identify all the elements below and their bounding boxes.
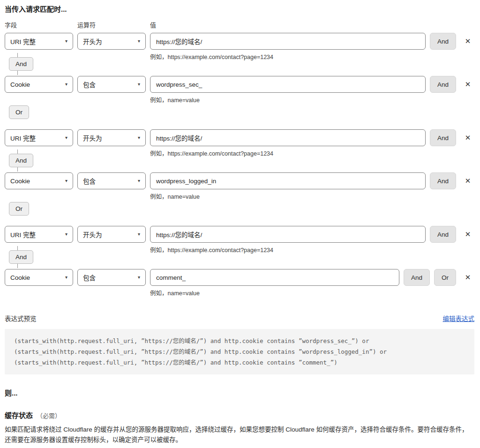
operator-select-value: 包含 (83, 176, 96, 186)
expression-line: (starts_with(http.request.full_uri, ”htt… (14, 336, 465, 346)
operator-select-value: 包含 (83, 273, 96, 282)
rule-row-uri-1: URI 完整 ▾ 开头为 ▾ 例如，https://example.com/co… (5, 33, 474, 60)
field-column-label: 字段 (5, 20, 73, 29)
value-input[interactable] (150, 226, 426, 243)
expression-preview-box: (starts_with(http.request.full_uri, ”htt… (5, 329, 474, 374)
chevron-down-icon: ▾ (65, 82, 68, 87)
and-button[interactable]: And (430, 33, 456, 50)
connector-label: And (15, 254, 27, 261)
value-hint: 例如，name=value (150, 192, 426, 199)
field-select[interactable]: Cookie ▾ (5, 269, 73, 286)
value-column-label: 值 (150, 20, 474, 29)
connector-label: Or (15, 205, 22, 212)
close-icon[interactable]: ✕ (461, 33, 474, 50)
operator-select-value: 开头为 (83, 37, 102, 46)
close-icon[interactable]: ✕ (461, 129, 474, 146)
field-select[interactable]: URI 完整 ▾ (5, 33, 73, 50)
field-select[interactable]: Cookie ▾ (5, 76, 73, 93)
expression-line: (starts_with(http.request.full_uri, ”htt… (14, 357, 465, 368)
column-labels: 字段 运算符 值 (5, 20, 474, 29)
connector-label: And (15, 60, 27, 67)
or-connector-chip[interactable]: Or (9, 105, 29, 119)
value-hint: 例如，name=value (150, 288, 399, 296)
operator-select[interactable]: 包含 ▾ (77, 172, 146, 189)
value-hint: 例如，https://example.com/contact?page=1234 (150, 149, 426, 156)
condition-group-2: URI 完整 ▾ 开头为 ▾ 例如，https://example.com/co… (5, 129, 474, 199)
chevron-down-icon: ▾ (65, 179, 68, 183)
when-request-matches-header: 当传入请求匹配时... (5, 4, 474, 14)
chevron-down-icon: ▾ (138, 82, 140, 87)
and-button[interactable]: And (430, 129, 456, 146)
and-button[interactable]: And (430, 172, 456, 189)
and-button[interactable]: And (430, 76, 456, 93)
field-select-value: URI 完整 (10, 37, 36, 46)
and-connector-chip[interactable]: And (9, 57, 33, 71)
value-hint: 例如，https://example.com/contact?page=1234 (150, 52, 426, 60)
chevron-down-icon: ▾ (65, 232, 68, 237)
condition-group-1: URI 完整 ▾ 开头为 ▾ 例如，https://example.com/co… (5, 33, 474, 103)
field-select-value: Cookie (10, 81, 30, 88)
field-select-value: Cookie (10, 178, 30, 185)
operator-select-value: 包含 (83, 80, 96, 89)
edit-expression-link[interactable]: 编辑表达式 (443, 314, 475, 323)
operator-select[interactable]: 开头为 ▾ (77, 129, 146, 146)
or-connector-chip[interactable]: Or (9, 202, 29, 216)
operator-select[interactable]: 包含 ▾ (77, 269, 146, 286)
chevron-down-icon: ▾ (138, 39, 140, 44)
field-select-value: Cookie (10, 274, 30, 281)
chevron-down-icon: ▾ (138, 232, 140, 237)
value-input[interactable] (150, 269, 399, 286)
value-input[interactable] (150, 76, 426, 93)
rule-row-uri-2: URI 完整 ▾ 开头为 ▾ 例如，https://example.com/co… (5, 129, 474, 156)
and-button[interactable]: And (404, 269, 430, 286)
expression-line: (starts_with(http.request.full_uri, ”htt… (14, 346, 465, 357)
rule-row-cookie-2: Cookie ▾ 包含 ▾ 例如，name=value And ✕ (5, 172, 474, 199)
operator-select[interactable]: 开头为 ▾ (77, 33, 146, 50)
chevron-down-icon: ▾ (65, 39, 68, 44)
rule-row-cookie-1: Cookie ▾ 包含 ▾ 例如，name=value And ✕ (5, 76, 474, 103)
chevron-down-icon: ▾ (138, 179, 140, 183)
chevron-down-icon: ▾ (138, 275, 140, 280)
field-select-value: URI 完整 (10, 133, 36, 142)
connector-label: And (15, 157, 27, 164)
value-input[interactable] (150, 172, 426, 189)
then-header: 则... (5, 388, 474, 397)
operator-select[interactable]: 包含 ▾ (77, 76, 146, 93)
and-button[interactable]: And (430, 226, 456, 243)
value-hint: 例如，https://example.com/contact?page=1234 (150, 245, 426, 253)
close-icon[interactable]: ✕ (461, 172, 474, 189)
condition-group-3: URI 完整 ▾ 开头为 ▾ 例如，https://example.com/co… (5, 226, 474, 296)
rule-row-cookie-3: Cookie ▾ 包含 ▾ 例如，name=value And Or ✕ (5, 269, 474, 296)
operator-column-label: 运算符 (77, 20, 146, 29)
and-connector-chip[interactable]: And (9, 250, 33, 264)
operator-select[interactable]: 开头为 ▾ (77, 226, 146, 243)
field-select[interactable]: URI 完整 ▾ (5, 226, 73, 243)
cache-status-title: 缓存状态 (5, 410, 33, 420)
close-icon[interactable]: ✕ (461, 226, 474, 243)
operator-select-value: 开头为 (83, 133, 102, 142)
required-note: （必需） (37, 411, 61, 420)
cache-status-description: 如果匹配请求将绕过 Cloudflare 的缓存并从您的源服务器提取响应，选择绕… (5, 425, 473, 445)
connector-label: Or (15, 109, 22, 116)
close-icon[interactable]: ✕ (461, 269, 474, 286)
rule-row-uri-3: URI 完整 ▾ 开头为 ▾ 例如，https://example.com/co… (5, 226, 474, 253)
field-select[interactable]: URI 完整 ▾ (5, 129, 73, 146)
value-input[interactable] (150, 129, 426, 146)
and-connector-chip[interactable]: And (9, 154, 33, 167)
expression-builder: 当传入请求匹配时... 字段 运算符 值 URI 完整 ▾ 开头为 ▾ 例如，h… (5, 4, 474, 374)
field-select[interactable]: Cookie ▾ (5, 172, 73, 189)
or-button[interactable]: Or (434, 269, 456, 286)
chevron-down-icon: ▾ (65, 275, 68, 280)
value-hint: 例如，name=value (150, 95, 426, 103)
expression-preview-label: 表达式预览 (5, 314, 37, 323)
close-icon[interactable]: ✕ (461, 76, 474, 93)
chevron-down-icon: ▾ (138, 135, 140, 140)
operator-select-value: 开头为 (83, 230, 102, 239)
value-input[interactable] (150, 33, 426, 50)
field-select-value: URI 完整 (10, 230, 36, 239)
cache-status-section: 缓存状态 （必需） 如果匹配请求将绕过 Cloudflare 的缓存并从您的源服… (5, 410, 474, 448)
chevron-down-icon: ▾ (65, 135, 68, 140)
